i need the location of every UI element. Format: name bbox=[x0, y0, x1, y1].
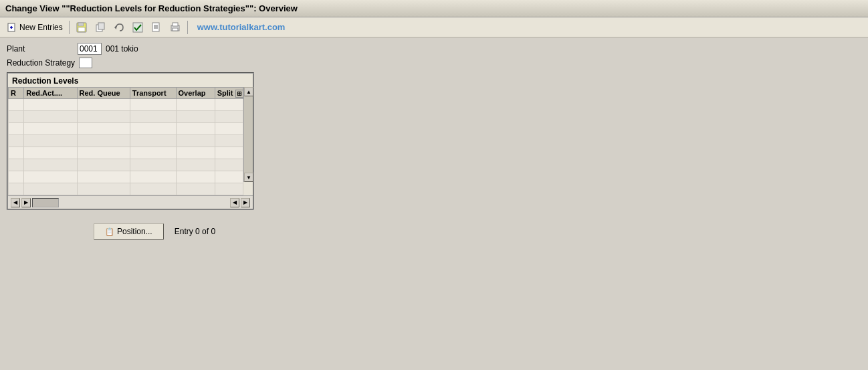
position-button[interactable]: 📋 Position... bbox=[94, 223, 164, 240]
cell-overlap-0[interactable] bbox=[176, 99, 215, 111]
cell-transport-7[interactable] bbox=[130, 183, 176, 195]
new-entries-icon bbox=[6, 21, 18, 33]
split-col-btn[interactable]: ⊞ bbox=[235, 90, 243, 98]
cell-transport-1[interactable] bbox=[130, 111, 176, 123]
cell-transport-0[interactable] bbox=[130, 99, 176, 111]
cell-redact-0[interactable] bbox=[24, 99, 77, 111]
reduction-levels-table-container: Reduction Levels R Red.Act.... Red. Queu… bbox=[7, 72, 254, 210]
cell-redact-7[interactable] bbox=[24, 183, 77, 195]
col-header-split: Split ⊞ bbox=[215, 88, 243, 99]
position-label: Position... bbox=[117, 227, 152, 236]
cell-overlap-4[interactable] bbox=[176, 147, 215, 159]
table-section-label: Reduction Levels bbox=[8, 74, 253, 87]
cell-redact-4[interactable] bbox=[24, 147, 77, 159]
vertical-scrollbar[interactable]: ▲ ▼ bbox=[243, 87, 253, 182]
reduction-strategy-input[interactable] bbox=[79, 58, 92, 68]
cell-transport-4[interactable] bbox=[130, 147, 176, 159]
cell-redqueue-3[interactable] bbox=[77, 135, 130, 147]
cell-r-1[interactable] bbox=[9, 111, 24, 123]
bottom-right-nav: ◀ ▶ bbox=[230, 198, 250, 207]
cell-redact-2[interactable] bbox=[24, 123, 77, 135]
svg-rect-5 bbox=[78, 27, 85, 31]
new-entries-button[interactable]: New Entries bbox=[4, 21, 65, 34]
cell-r-5[interactable] bbox=[9, 159, 24, 171]
print-icon bbox=[169, 21, 181, 33]
cell-redqueue-7[interactable] bbox=[77, 183, 130, 195]
scroll-up-btn[interactable]: ▲ bbox=[244, 87, 253, 96]
undo-button[interactable] bbox=[111, 21, 127, 34]
horizontal-scroll-thumb[interactable] bbox=[32, 198, 59, 207]
cell-r-4[interactable] bbox=[9, 147, 24, 159]
cell-redact-3[interactable] bbox=[24, 135, 77, 147]
cell-redact-6[interactable] bbox=[24, 171, 77, 183]
cell-overlap-1[interactable] bbox=[176, 111, 215, 123]
cell-overlap-7[interactable] bbox=[176, 183, 215, 195]
cell-split-3[interactable] bbox=[215, 135, 243, 147]
table-row[interactable] bbox=[9, 123, 243, 135]
cell-r-6[interactable] bbox=[9, 171, 24, 183]
table-row[interactable] bbox=[9, 99, 243, 111]
scroll-right-btn[interactable]: ▶ bbox=[241, 198, 250, 207]
reduction-strategy-label: Reduction Strategy bbox=[7, 58, 75, 68]
watermark: www.tutorialkart.com bbox=[197, 22, 286, 32]
cell-split-2[interactable] bbox=[215, 123, 243, 135]
table-row[interactable] bbox=[9, 159, 243, 171]
cell-transport-6[interactable] bbox=[130, 171, 176, 183]
cell-split-4[interactable] bbox=[215, 147, 243, 159]
print-button[interactable] bbox=[167, 21, 183, 34]
cell-redqueue-2[interactable] bbox=[77, 123, 130, 135]
toolbar-separator-1 bbox=[69, 21, 70, 34]
check-button[interactable] bbox=[130, 21, 146, 34]
table-row[interactable] bbox=[9, 147, 243, 159]
plant-label: Plant bbox=[7, 44, 74, 54]
scroll-left-btn[interactable]: ◀ bbox=[230, 198, 239, 207]
cell-r-3[interactable] bbox=[9, 135, 24, 147]
nav-right-btn[interactable]: ▶ bbox=[21, 198, 31, 207]
doc-button[interactable] bbox=[148, 21, 165, 34]
nav-left-btn[interactable]: ◀ bbox=[11, 198, 20, 207]
svg-rect-16 bbox=[173, 28, 178, 31]
scroll-down-btn[interactable]: ▼ bbox=[244, 173, 253, 182]
cell-redact-5[interactable] bbox=[24, 159, 77, 171]
copy-button[interactable] bbox=[92, 21, 108, 34]
cell-overlap-2[interactable] bbox=[176, 123, 215, 135]
cell-redqueue-4[interactable] bbox=[77, 147, 130, 159]
plant-description: 001 tokio bbox=[106, 44, 138, 54]
cell-split-6[interactable] bbox=[215, 171, 243, 183]
new-entries-label: New Entries bbox=[19, 23, 63, 32]
title-bar: Change View ""Reduction Levels for Reduc… bbox=[0, 0, 868, 17]
cell-r-7[interactable] bbox=[9, 183, 24, 195]
svg-marker-8 bbox=[114, 25, 116, 29]
table-row[interactable] bbox=[9, 183, 243, 195]
reduction-levels-grid: R Red.Act.... Red. Queue Transport Overl… bbox=[8, 87, 243, 195]
position-area: 📋 Position... Entry 0 of 0 bbox=[7, 223, 861, 240]
cell-split-1[interactable] bbox=[215, 111, 243, 123]
cell-transport-2[interactable] bbox=[130, 123, 176, 135]
cell-redact-1[interactable] bbox=[24, 111, 77, 123]
table-row[interactable] bbox=[9, 135, 243, 147]
cell-overlap-6[interactable] bbox=[176, 171, 215, 183]
cell-transport-5[interactable] bbox=[130, 159, 176, 171]
svg-rect-15 bbox=[173, 23, 178, 26]
cell-split-5[interactable] bbox=[215, 159, 243, 171]
cell-overlap-3[interactable] bbox=[176, 135, 215, 147]
cell-redqueue-5[interactable] bbox=[77, 159, 130, 171]
cell-r-0[interactable] bbox=[9, 99, 24, 111]
save-button[interactable] bbox=[74, 21, 90, 34]
cell-redqueue-6[interactable] bbox=[77, 171, 130, 183]
table-row[interactable] bbox=[9, 111, 243, 123]
cell-transport-3[interactable] bbox=[130, 135, 176, 147]
toolbar: New Entries bbox=[0, 17, 868, 37]
cell-split-7[interactable] bbox=[215, 183, 243, 195]
cell-redqueue-0[interactable] bbox=[77, 99, 130, 111]
cell-r-2[interactable] bbox=[9, 123, 24, 135]
svg-rect-4 bbox=[78, 23, 84, 26]
cell-split-0[interactable] bbox=[215, 99, 243, 111]
plant-input[interactable] bbox=[78, 43, 102, 55]
position-icon: 📋 bbox=[105, 227, 114, 236]
col-header-overlap: Overlap bbox=[176, 88, 215, 99]
cell-overlap-5[interactable] bbox=[176, 159, 215, 171]
toolbar-separator-2 bbox=[187, 21, 188, 34]
cell-redqueue-1[interactable] bbox=[77, 111, 130, 123]
table-row[interactable] bbox=[9, 171, 243, 183]
